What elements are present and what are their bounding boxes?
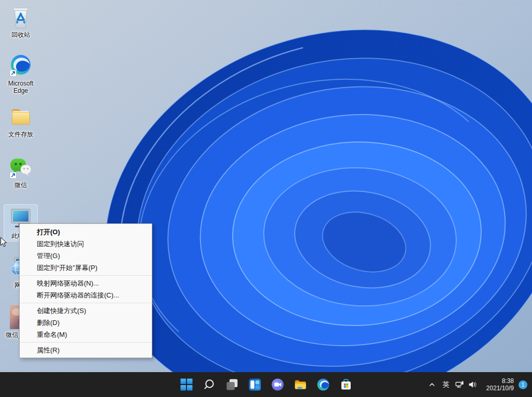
store-button[interactable] <box>336 374 356 395</box>
widgets-icon <box>248 378 262 391</box>
shortcut-arrow-badge <box>10 172 17 179</box>
microsoft-store-icon <box>339 378 353 391</box>
taskbar: 英 8:38 2021/10/9 1 <box>0 372 532 397</box>
menu-item-pin-to-start[interactable]: 固定到“开始”屏幕(P) <box>20 262 152 274</box>
menu-separator <box>20 303 151 303</box>
menu-item-pin-quick-access[interactable]: 固定到快速访问 <box>20 238 152 250</box>
edge-button[interactable] <box>313 374 334 395</box>
widgets-button[interactable] <box>245 374 265 395</box>
file-explorer-button[interactable] <box>290 374 311 395</box>
menu-item-properties[interactable]: 属性(R) <box>20 344 152 356</box>
desktop-icon-files-folder[interactable]: 文件存放 <box>4 103 37 139</box>
network-tray-button[interactable] <box>453 374 466 395</box>
folder-icon <box>8 104 33 129</box>
menu-item-disconnect-network-drive[interactable]: 断开网络驱动器的连接(C)... <box>20 289 152 301</box>
icon-label: 回收站 <box>11 31 30 38</box>
notification-badge[interactable]: 1 <box>519 380 527 389</box>
menu-item-map-network-drive[interactable]: 映射网络驱动器(N)... <box>20 277 152 289</box>
chat-button[interactable] <box>267 374 288 395</box>
icon-label: Microsoft Edge <box>4 80 37 94</box>
task-view-button[interactable] <box>222 374 242 395</box>
menu-item-manage[interactable]: 管理(G) <box>20 250 152 262</box>
menu-item-create-shortcut[interactable]: 创建快捷方式(S) <box>20 305 152 317</box>
desktop-icon-wechat[interactable]: 微信 <box>4 154 37 190</box>
speaker-icon <box>468 380 477 389</box>
tray-time: 8:38 <box>502 377 514 385</box>
wired-network-icon <box>455 380 464 389</box>
input-method-indicator[interactable]: 英 <box>439 374 453 395</box>
menu-item-rename[interactable]: 重命名(M) <box>20 329 152 341</box>
shortcut-arrow-badge <box>10 70 17 77</box>
search-icon <box>203 378 216 391</box>
menu-item-delete[interactable]: 删除(D) <box>20 317 152 329</box>
desktop-icon-microsoft-edge[interactable]: Microsoft Edge <box>4 52 37 96</box>
menu-separator <box>20 275 151 276</box>
file-explorer-icon <box>294 378 307 391</box>
system-tray: 英 8:38 2021/10/9 1 <box>425 372 529 397</box>
desktop-icon-recycle-bin[interactable]: 回收站 <box>4 4 37 40</box>
clock[interactable]: 8:38 2021/10/9 <box>479 374 515 395</box>
task-view-icon <box>225 378 239 391</box>
start-button[interactable] <box>176 374 197 395</box>
edge-icon <box>317 378 330 391</box>
taskbar-center-icons <box>176 372 356 397</box>
icon-label: 微信 <box>15 181 27 189</box>
windows-desktop: { "desktop_icons": [ {"id": "recycle-bin… <box>0 0 532 397</box>
tray-overflow-button[interactable] <box>425 374 439 395</box>
teams-chat-icon <box>271 378 284 391</box>
chevron-up-icon <box>428 380 436 389</box>
menu-item-open[interactable]: 打开(O) <box>20 226 152 238</box>
menu-separator <box>20 342 151 343</box>
volume-tray-button[interactable] <box>466 374 479 395</box>
tray-date: 2021/10/9 <box>486 385 514 392</box>
search-button[interactable] <box>199 374 220 395</box>
edge-icon <box>8 53 33 78</box>
context-menu: 打开(O) 固定到快速访问 管理(G) 固定到“开始”屏幕(P) 映射网络驱动器… <box>19 223 152 358</box>
wechat-icon <box>8 155 33 180</box>
windows-start-icon <box>180 378 193 391</box>
recycle-bin-icon <box>8 5 33 30</box>
icon-label: 文件存放 <box>8 131 33 138</box>
